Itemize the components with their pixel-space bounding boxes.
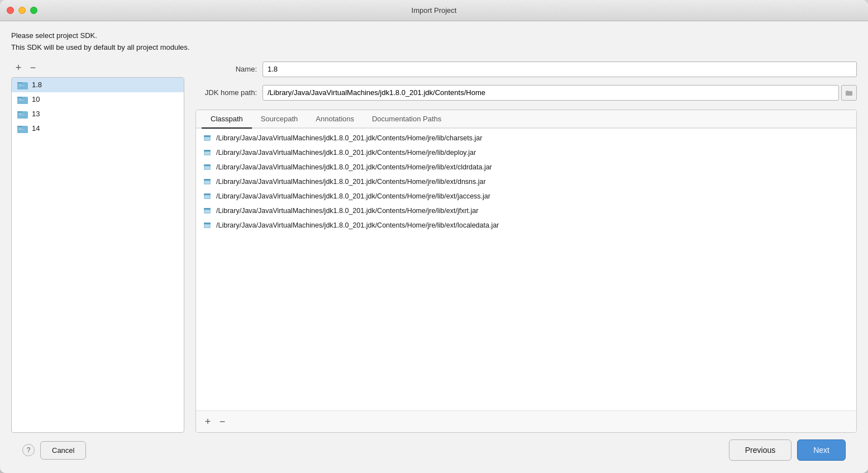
jdk-path-input[interactable] [263, 85, 839, 101]
sdk-item-label: 13 [32, 110, 40, 118]
svg-rect-34 [204, 208, 211, 210]
tab-documentation-paths[interactable]: Documentation Paths [363, 110, 450, 129]
classpath-item[interactable]: /Library/Java/JavaVirtualMachines/jdk1.8… [196, 189, 856, 204]
svg-rect-10 [19, 128, 21, 129]
sdk-item-label: 10 [32, 95, 40, 103]
svg-rect-14 [204, 135, 211, 137]
tab-sourcepath[interactable]: Sourcepath [252, 110, 307, 129]
next-button[interactable]: Next [797, 439, 846, 461]
classpath-list: /Library/Java/JavaVirtualMachines/jdk1.8… [196, 129, 856, 410]
classpath-path: /Library/Java/JavaVirtualMachines/jdk1.8… [216, 149, 476, 157]
import-project-window: Import Project Please select project SDK… [0, 0, 868, 473]
add-classpath-button[interactable]: + [202, 415, 214, 428]
svg-rect-38 [204, 223, 211, 224]
name-label: Name: [195, 65, 263, 73]
title-bar: Import Project [0, 0, 868, 21]
svg-rect-30 [204, 193, 211, 195]
tab-classpath[interactable]: Classpath [202, 110, 252, 129]
sdk-item-label: 14 [32, 124, 40, 133]
bottom-left: ? Cancel [22, 441, 86, 460]
remove-classpath-button[interactable]: − [216, 415, 228, 428]
right-panel: Name: JDK home path: [184, 62, 857, 433]
description-text: Please select project SDK. This SDK will… [11, 30, 857, 54]
jar-icon [203, 206, 212, 215]
classpath-path: /Library/Java/JavaVirtualMachines/jdk1.8… [216, 178, 486, 186]
svg-rect-22 [204, 164, 211, 166]
name-row: Name: [195, 62, 857, 77]
classpath-path: /Library/Java/JavaVirtualMachines/jdk1.8… [216, 221, 499, 229]
jar-icon [203, 177, 212, 186]
maximize-button[interactable] [30, 7, 37, 14]
window-title: Import Project [412, 6, 457, 15]
tabs-container: ClasspathSourcepathAnnotationsDocumentat… [195, 110, 857, 433]
svg-rect-1 [19, 84, 21, 85]
svg-rect-18 [204, 150, 211, 152]
name-input[interactable] [263, 62, 857, 77]
minimize-button[interactable] [18, 7, 26, 14]
sdk-list-toolbar: + − [11, 62, 184, 74]
folder-icon [17, 81, 28, 89]
svg-rect-8 [19, 115, 25, 115]
bottom-bar: ? Cancel Previous Next [11, 433, 857, 467]
svg-rect-4 [19, 99, 21, 100]
sdk-list-item[interactable]: 1.8 [12, 78, 184, 92]
close-button[interactable] [7, 7, 14, 14]
description-line1: Please select project SDK. [11, 30, 857, 42]
svg-rect-2 [19, 86, 25, 86]
sdk-list: 1.8 10 13 [11, 77, 184, 433]
jar-icon [203, 163, 212, 172]
sdk-list-item[interactable]: 10 [12, 92, 184, 107]
folder-icon [17, 95, 28, 104]
classpath-item[interactable]: /Library/Java/JavaVirtualMachines/jdk1.8… [196, 204, 856, 218]
svg-rect-26 [204, 179, 211, 181]
left-panel: + − 1.8 10 [11, 62, 184, 433]
classpath-item[interactable]: /Library/Java/JavaVirtualMachines/jdk1.8… [196, 145, 856, 160]
cancel-button[interactable]: Cancel [40, 441, 86, 460]
classpath-path: /Library/Java/JavaVirtualMachines/jdk1.8… [216, 134, 482, 142]
tab-footer: + − [196, 410, 856, 432]
folder-open-icon [845, 89, 853, 97]
content-area: Please select project SDK. This SDK will… [0, 21, 868, 473]
browse-button[interactable] [841, 85, 857, 101]
classpath-path: /Library/Java/JavaVirtualMachines/jdk1.8… [216, 192, 490, 200]
classpath-item[interactable]: /Library/Java/JavaVirtualMachines/jdk1.8… [196, 131, 856, 145]
classpath-path: /Library/Java/JavaVirtualMachines/jdk1.8… [216, 207, 478, 215]
jdk-path-wrapper [263, 85, 857, 101]
classpath-item[interactable]: /Library/Java/JavaVirtualMachines/jdk1.8… [196, 218, 856, 233]
svg-rect-12 [846, 91, 852, 96]
classpath-item[interactable]: /Library/Java/JavaVirtualMachines/jdk1.8… [196, 174, 856, 189]
sdk-list-item[interactable]: 13 [12, 107, 184, 121]
folder-icon [17, 110, 28, 119]
jdk-label: JDK home path: [195, 88, 263, 97]
main-area: + − 1.8 10 [11, 62, 857, 433]
jar-icon [203, 192, 212, 201]
bottom-right: Previous Next [729, 439, 846, 461]
previous-button[interactable]: Previous [729, 439, 791, 461]
help-button[interactable]: ? [22, 444, 35, 456]
jar-icon [203, 148, 212, 157]
sdk-item-label: 1.8 [32, 81, 42, 89]
jar-icon [203, 221, 212, 230]
tab-bar: ClasspathSourcepathAnnotationsDocumentat… [196, 110, 856, 129]
tab-annotations[interactable]: Annotations [307, 110, 363, 129]
classpath-item[interactable]: /Library/Java/JavaVirtualMachines/jdk1.8… [196, 160, 856, 174]
svg-rect-11 [19, 129, 25, 130]
tab-content: /Library/Java/JavaVirtualMachines/jdk1.8… [196, 129, 856, 410]
remove-sdk-button[interactable]: − [27, 62, 39, 74]
traffic-lights [7, 7, 37, 14]
folder-icon [17, 124, 28, 133]
jar-icon [203, 134, 212, 143]
description-line2: This SDK will be used by default by all … [11, 42, 857, 54]
add-sdk-button[interactable]: + [12, 62, 25, 74]
classpath-path: /Library/Java/JavaVirtualMachines/jdk1.8… [216, 163, 492, 171]
sdk-list-item[interactable]: 14 [12, 121, 184, 136]
svg-rect-5 [19, 100, 25, 101]
svg-rect-7 [19, 113, 21, 114]
jdk-path-row: JDK home path: [195, 85, 857, 101]
